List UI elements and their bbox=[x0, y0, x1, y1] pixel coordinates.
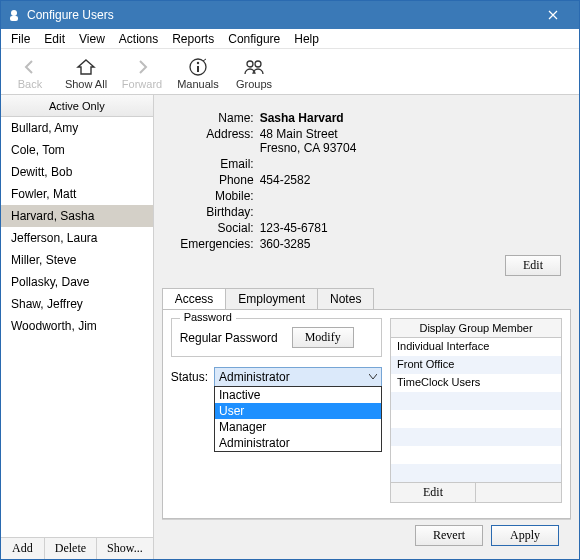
status-option[interactable]: User bbox=[215, 403, 381, 419]
close-button[interactable] bbox=[533, 1, 573, 29]
menu-actions[interactable]: Actions bbox=[113, 30, 164, 48]
user-list-item[interactable]: Miller, Steve bbox=[1, 249, 153, 271]
tab-access[interactable]: Access bbox=[162, 288, 227, 309]
status-option[interactable]: Administrator bbox=[215, 435, 381, 451]
group-list-item[interactable] bbox=[391, 410, 561, 428]
menu-configure[interactable]: Configure bbox=[222, 30, 286, 48]
group-member-box: Display Group Member Individual Interfac… bbox=[390, 318, 562, 503]
tab-employment[interactable]: Employment bbox=[225, 288, 318, 309]
value-phone: 454-2582 bbox=[260, 173, 563, 187]
toolbar-back-label: Back bbox=[18, 78, 42, 90]
access-right-column: Display Group Member Individual Interfac… bbox=[390, 318, 562, 510]
menu-edit[interactable]: Edit bbox=[38, 30, 71, 48]
svg-point-6 bbox=[255, 61, 261, 67]
menu-help[interactable]: Help bbox=[288, 30, 325, 48]
password-fieldset: Password Regular Password Modify bbox=[171, 318, 382, 357]
svg-rect-1 bbox=[10, 16, 18, 21]
status-selected: Administrator bbox=[219, 370, 290, 384]
group-list-item[interactable] bbox=[391, 446, 561, 464]
user-list-item[interactable]: Cole, Tom bbox=[1, 139, 153, 161]
menu-file[interactable]: File bbox=[5, 30, 36, 48]
revert-button[interactable]: Revert bbox=[415, 525, 483, 546]
show-button[interactable]: Show... bbox=[97, 538, 153, 559]
tab-strip: Access Employment Notes bbox=[162, 288, 571, 309]
toolbar-forward: Forward bbox=[119, 56, 165, 90]
toolbar: Back Show All Forward Manuals Groups bbox=[1, 49, 579, 95]
user-list-item[interactable]: Woodworth, Jim bbox=[1, 315, 153, 337]
label-mobile: Mobile: bbox=[170, 189, 260, 203]
svg-rect-4 bbox=[197, 66, 199, 72]
window: Configure Users File Edit View Actions R… bbox=[0, 0, 580, 560]
label-phone: Phone bbox=[170, 173, 260, 187]
group-header: Display Group Member bbox=[391, 319, 561, 338]
value-mobile bbox=[260, 189, 563, 203]
user-list[interactable]: Bullard, AmyCole, TomDewitt, BobFowler, … bbox=[1, 117, 153, 537]
menu-reports[interactable]: Reports bbox=[166, 30, 220, 48]
label-birthday: Birthday: bbox=[170, 205, 260, 219]
group-list-item[interactable]: TimeClock Users bbox=[391, 374, 561, 392]
toolbar-back: Back bbox=[7, 56, 53, 90]
sidebar-footer: Add Delete Show... bbox=[1, 537, 153, 559]
status-option[interactable]: Inactive bbox=[215, 387, 381, 403]
body: Active Only Bullard, AmyCole, TomDewitt,… bbox=[1, 95, 579, 559]
delete-button[interactable]: Delete bbox=[45, 538, 97, 559]
group-list-item[interactable]: Front Office bbox=[391, 356, 561, 374]
group-list-item[interactable] bbox=[391, 392, 561, 410]
user-list-item[interactable]: Dewitt, Bob bbox=[1, 161, 153, 183]
menu-view[interactable]: View bbox=[73, 30, 111, 48]
toolbar-show-all-label: Show All bbox=[65, 78, 107, 90]
status-row: Status: Administrator InactiveUserManage… bbox=[171, 367, 382, 387]
label-address: Address: bbox=[170, 127, 260, 155]
value-emerg: 360-3285 bbox=[260, 237, 563, 251]
status-label: Status: bbox=[171, 367, 208, 384]
svg-point-5 bbox=[247, 61, 253, 67]
group-list-item[interactable]: Individual Interface bbox=[391, 338, 561, 356]
label-name: Name: bbox=[170, 111, 260, 125]
status-option[interactable]: Manager bbox=[215, 419, 381, 435]
status-dropdown[interactable]: Administrator InactiveUserManagerAdminis… bbox=[214, 367, 382, 387]
toolbar-groups-label: Groups bbox=[236, 78, 272, 90]
home-icon bbox=[76, 56, 96, 78]
access-left-column: Password Regular Password Modify Status:… bbox=[171, 318, 382, 510]
edit-details-button[interactable]: Edit bbox=[505, 255, 561, 276]
menubar: File Edit View Actions Reports Configure… bbox=[1, 29, 579, 49]
group-footer-spacer bbox=[476, 483, 561, 502]
user-list-item[interactable]: Jefferson, Laura bbox=[1, 227, 153, 249]
group-list-item[interactable] bbox=[391, 428, 561, 446]
info-icon bbox=[188, 56, 208, 78]
apply-button[interactable]: Apply bbox=[491, 525, 559, 546]
chevron-down-icon bbox=[369, 374, 377, 380]
details-section: Name:Sasha Harvard Address:48 Main Stree… bbox=[162, 103, 571, 286]
group-list-item[interactable] bbox=[391, 464, 561, 482]
app-icon bbox=[7, 8, 21, 22]
edit-groups-button[interactable]: Edit bbox=[391, 483, 476, 502]
value-address: 48 Main StreetFresno, CA 93704 bbox=[260, 127, 563, 155]
user-list-item[interactable]: Pollasky, Dave bbox=[1, 271, 153, 293]
arrow-left-icon bbox=[21, 56, 39, 78]
svg-point-3 bbox=[197, 61, 199, 63]
modify-password-button[interactable]: Modify bbox=[292, 327, 354, 348]
label-emerg: Emergencies: bbox=[170, 237, 260, 251]
password-label: Regular Password bbox=[180, 331, 278, 345]
user-list-item[interactable]: Harvard, Sasha bbox=[1, 205, 153, 227]
main-panel: Name:Sasha Harvard Address:48 Main Stree… bbox=[154, 95, 579, 559]
svg-point-0 bbox=[11, 10, 17, 16]
status-dropdown-list[interactable]: InactiveUserManagerAdministrator bbox=[214, 386, 382, 452]
value-birthday bbox=[260, 205, 563, 219]
window-title: Configure Users bbox=[27, 8, 533, 22]
add-button[interactable]: Add bbox=[1, 538, 45, 559]
user-list-item[interactable]: Fowler, Matt bbox=[1, 183, 153, 205]
sidebar-header[interactable]: Active Only bbox=[1, 95, 153, 117]
toolbar-show-all[interactable]: Show All bbox=[63, 56, 109, 90]
people-icon bbox=[243, 56, 265, 78]
group-list[interactable]: Individual InterfaceFront OfficeTimeCloc… bbox=[391, 338, 561, 482]
password-legend: Password bbox=[180, 311, 236, 323]
tab-access-body: Password Regular Password Modify Status:… bbox=[162, 309, 571, 519]
user-list-item[interactable]: Shaw, Jeffrey bbox=[1, 293, 153, 315]
arrow-right-icon bbox=[133, 56, 151, 78]
toolbar-manuals[interactable]: Manuals bbox=[175, 56, 221, 90]
value-social: 123-45-6781 bbox=[260, 221, 563, 235]
toolbar-groups[interactable]: Groups bbox=[231, 56, 277, 90]
tab-notes[interactable]: Notes bbox=[317, 288, 374, 309]
user-list-item[interactable]: Bullard, Amy bbox=[1, 117, 153, 139]
